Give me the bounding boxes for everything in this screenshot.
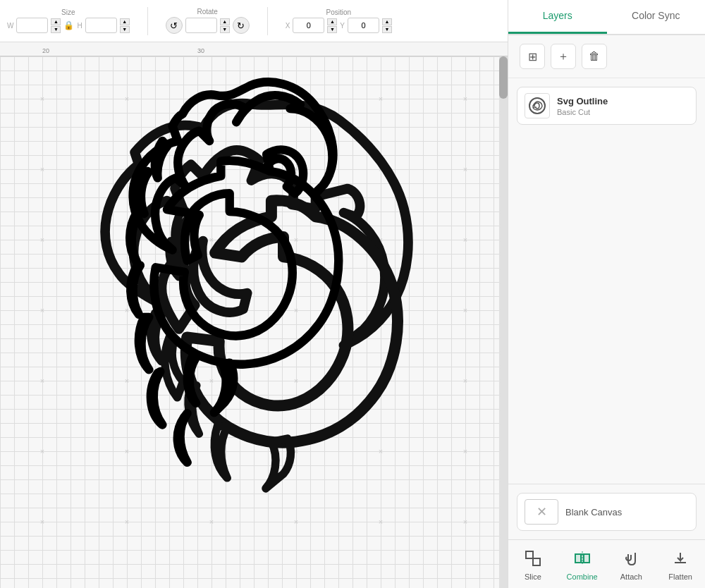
tab-layers[interactable]: Layers xyxy=(508,0,607,34)
group-icon: ⊞ xyxy=(528,50,537,63)
add-icon: ＋ xyxy=(558,49,569,64)
height-up[interactable]: ▲ xyxy=(120,18,130,25)
grid-x-mark: × xyxy=(379,517,383,526)
grid-x-mark: × xyxy=(40,517,44,526)
combine-label: Combine xyxy=(567,572,598,581)
lock-icon: 🔒 xyxy=(63,20,74,30)
grid-x-mark: × xyxy=(463,517,467,526)
combine-svg-icon xyxy=(572,549,592,568)
height-stepper[interactable]: ▲ ▼ xyxy=(120,18,130,33)
y-down[interactable]: ▼ xyxy=(382,26,392,33)
svg-rect-2 xyxy=(533,558,540,565)
x-label: X xyxy=(286,22,290,30)
layer-thumb-icon xyxy=(527,96,547,116)
flames-logo-main[interactable] xyxy=(35,67,444,504)
blank-canvas-area: ✕ Blank Canvas xyxy=(508,484,705,539)
layer-info: Svg Outline Basic Cut xyxy=(557,96,608,116)
group-layers-button[interactable]: ⊞ xyxy=(520,44,545,69)
canvas-area[interactable]: 20 30 × × × × × × × × × × × × × × × × × … xyxy=(0,42,508,588)
grid-x-mark: × xyxy=(463,376,467,385)
attach-label: Attach xyxy=(620,572,642,581)
ruler-mark-20: 20 xyxy=(42,47,49,54)
height-down[interactable]: ▼ xyxy=(120,26,130,33)
y-input[interactable] xyxy=(348,18,379,33)
attach-svg-icon xyxy=(621,549,641,568)
flatten-svg-icon xyxy=(670,549,690,568)
flatten-icon xyxy=(669,547,692,570)
x-up[interactable]: ▲ xyxy=(327,18,337,25)
blank-canvas-label: Blank Canvas xyxy=(565,507,622,517)
grid-x-mark: × xyxy=(209,517,214,526)
y-stepper[interactable]: ▲ ▼ xyxy=(382,18,392,33)
blank-canvas-x-icon: ✕ xyxy=(537,504,547,520)
layer-type: Basic Cut xyxy=(557,108,608,116)
height-input[interactable] xyxy=(85,18,117,33)
delete-icon: 🗑 xyxy=(589,50,600,63)
rotate-stepper[interactable]: ▲ ▼ xyxy=(220,18,230,33)
attach-action[interactable]: Attach xyxy=(610,547,652,581)
bottom-actions-bar: Slice Combine Attach xyxy=(508,539,705,588)
toolbar: Size W ▲ ▼ 🔒 H ▲ ▼ Rotate ↺ ▲ ▼ xyxy=(0,0,508,42)
width-up[interactable]: ▲ xyxy=(51,18,61,25)
rotate-group: Rotate ↺ ▲ ▼ ↻ xyxy=(166,8,250,34)
x-stepper[interactable]: ▲ ▼ xyxy=(327,18,337,33)
scrollbar-vertical[interactable] xyxy=(499,56,508,588)
rotate-ccw-button[interactable]: ↺ xyxy=(166,17,183,34)
blank-canvas-thumbnail: ✕ xyxy=(525,499,558,525)
delete-layer-button[interactable]: 🗑 xyxy=(582,44,607,69)
separator-1 xyxy=(147,7,148,35)
grid-x-mark: × xyxy=(463,235,467,244)
y-label: Y xyxy=(340,22,345,30)
grid-x-mark: × xyxy=(294,517,298,526)
attach-icon xyxy=(620,547,642,570)
ruler-horizontal: 20 30 xyxy=(0,42,508,56)
grid-x-mark: × xyxy=(463,165,467,173)
rotate-cw-button[interactable]: ↻ xyxy=(233,17,250,34)
layer-name: Svg Outline xyxy=(557,96,608,106)
combine-action[interactable]: Combine xyxy=(561,547,603,581)
scrollbar-thumb[interactable] xyxy=(499,56,508,99)
y-up[interactable]: ▲ xyxy=(382,18,392,25)
width-down[interactable]: ▼ xyxy=(51,26,61,33)
tabs-container: Layers Color Sync xyxy=(508,0,705,35)
width-stepper[interactable]: ▲ ▼ xyxy=(51,18,61,33)
rotate-label: Rotate xyxy=(197,8,217,16)
layer-actions-bar: ⊞ ＋ 🗑 xyxy=(508,35,705,78)
flatten-action[interactable]: Flatten xyxy=(659,547,701,581)
tab-color-sync-label: Color Sync xyxy=(632,10,680,21)
position-group: Position X ▲ ▼ Y ▲ ▼ xyxy=(286,8,392,33)
ruler-mark-30: 30 xyxy=(197,47,204,54)
slice-label: Slice xyxy=(525,572,541,581)
slice-icon xyxy=(522,547,544,570)
add-layer-button[interactable]: ＋ xyxy=(551,44,576,69)
tab-layers-label: Layers xyxy=(543,10,572,21)
tab-color-sync[interactable]: Color Sync xyxy=(607,0,706,34)
grid-x-mark: × xyxy=(463,94,467,103)
h-label: H xyxy=(77,22,82,30)
grid-x-mark: × xyxy=(125,517,129,526)
rotate-up[interactable]: ▲ xyxy=(220,18,230,25)
size-group: Size W ▲ ▼ 🔒 H ▲ ▼ xyxy=(7,8,130,33)
layer-thumbnail xyxy=(525,93,550,118)
x-down[interactable]: ▼ xyxy=(327,26,337,33)
grid-x-mark: × xyxy=(463,306,467,314)
separator-2 xyxy=(267,7,268,35)
layer-list: Svg Outline Basic Cut xyxy=(508,78,705,484)
grid-x-mark: × xyxy=(463,447,467,455)
svg-rect-1 xyxy=(526,551,533,558)
position-label: Position xyxy=(326,8,352,16)
flatten-label: Flatten xyxy=(668,572,692,581)
width-input[interactable] xyxy=(16,18,48,33)
rotate-down[interactable]: ▼ xyxy=(220,26,230,33)
canvas-grid[interactable]: × × × × × × × × × × × × × × × × × × × × … xyxy=(0,56,499,588)
right-panel: Layers Color Sync ⊞ ＋ 🗑 Svg Outline xyxy=(508,0,705,588)
x-input[interactable] xyxy=(293,18,324,33)
blank-canvas-item[interactable]: ✕ Blank Canvas xyxy=(517,493,697,531)
slice-action[interactable]: Slice xyxy=(512,547,554,581)
rotate-input[interactable] xyxy=(185,18,217,33)
w-label: W xyxy=(7,22,13,30)
size-label: Size xyxy=(61,8,75,16)
layer-item[interactable]: Svg Outline Basic Cut xyxy=(517,87,697,125)
slice-svg-icon xyxy=(523,549,543,568)
combine-icon xyxy=(571,547,594,570)
